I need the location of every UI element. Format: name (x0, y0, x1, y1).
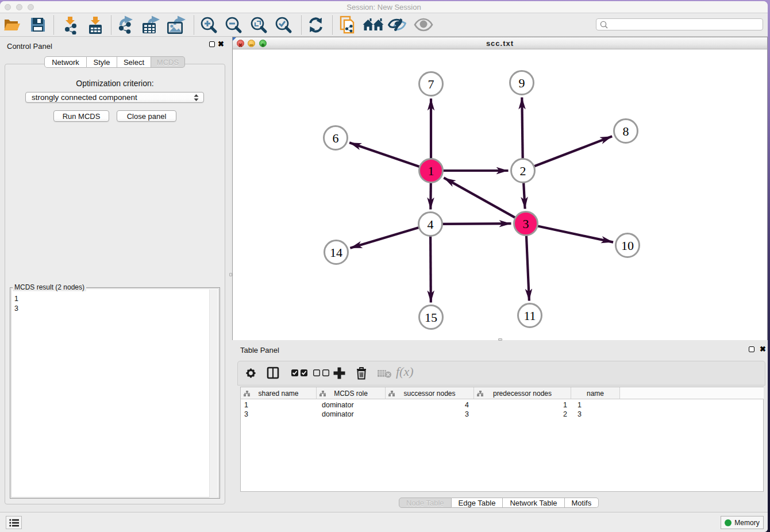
svg-text:11: 11 (523, 309, 536, 323)
svg-text:7: 7 (428, 77, 434, 91)
svg-text:3: 3 (523, 217, 529, 231)
svg-text:6: 6 (333, 131, 339, 145)
svg-text:2: 2 (520, 164, 526, 178)
svg-text:14: 14 (330, 245, 342, 260)
svg-text:4: 4 (428, 217, 434, 232)
svg-text:8: 8 (623, 124, 629, 138)
svg-text:10: 10 (621, 238, 634, 253)
svg-text:9: 9 (519, 76, 525, 90)
svg-text:1: 1 (428, 164, 434, 178)
svg-text:15: 15 (425, 310, 437, 325)
